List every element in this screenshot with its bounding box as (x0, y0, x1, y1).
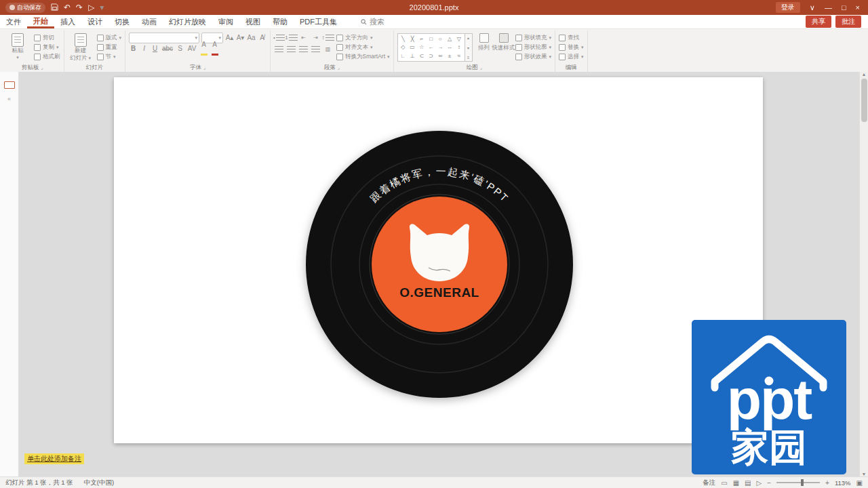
notes-toggle-button[interactable]: 备注 (703, 479, 715, 487)
line-spacing-button[interactable]: ↕ (323, 33, 333, 42)
slideshow-view-icon[interactable]: ▷ (757, 479, 762, 487)
italic-button[interactable]: I (140, 44, 149, 53)
tab-file[interactable]: 文件 (0, 15, 27, 28)
select-button[interactable]: 选择▾ (559, 52, 584, 61)
new-slide-button[interactable]: 新建 幻灯片 ▾ (68, 31, 94, 62)
increase-indent-button[interactable]: ⇥ (311, 33, 321, 42)
vinyl-record-graphic[interactable]: O.GENERAL 跟着橘将军，一起来'磕'PPT (114, 77, 763, 443)
section-button[interactable]: 节▾ (97, 52, 122, 61)
highlight-color-button[interactable]: A (199, 40, 208, 58)
zoom-in-icon[interactable]: + (825, 479, 829, 487)
tab-insert[interactable]: 插入 (54, 15, 81, 28)
fit-slide-to-window-icon[interactable]: ▣ (856, 479, 863, 487)
align-text-button[interactable]: 对齐文本▾ (336, 43, 390, 52)
slide-1[interactable]: O.GENERAL 跟着橘将军，一起来'磕'PPT (114, 77, 763, 443)
tab-home[interactable]: 开始 (27, 15, 54, 28)
redo-icon[interactable]: ↷ (76, 3, 83, 12)
scroll-up-icon[interactable]: ▲ (862, 72, 867, 77)
format-painter-button[interactable]: 格式刷 (34, 52, 60, 61)
columns-button[interactable]: ▥ (323, 45, 333, 54)
convert-smartart-button[interactable]: 转换为SmartArt▾ (336, 52, 390, 61)
clear-formatting-button[interactable]: A̸ (258, 33, 267, 42)
shape-gallery-scroll[interactable]: ▴▾≡ (465, 33, 473, 62)
tab-review[interactable]: 审阅 (212, 15, 239, 28)
arrange-button[interactable]: 排列 (476, 31, 492, 58)
clipboard-dialog-launcher-icon[interactable]: ⌟ (41, 65, 43, 70)
login-button[interactable]: 登录 (776, 2, 800, 13)
align-left-button[interactable] (274, 45, 284, 54)
numbering-button[interactable]: 1 (286, 33, 296, 42)
comments-button[interactable]: 批注 (835, 16, 861, 28)
shape-effects-button[interactable]: 形状效果▾ (515, 52, 552, 61)
copy-icon (34, 44, 41, 51)
reading-view-icon[interactable]: ▤ (745, 479, 751, 487)
cut-button[interactable]: 剪切 (34, 33, 60, 42)
strikethrough-button[interactable]: abc (161, 44, 174, 53)
customize-qat-chevron-icon[interactable]: ▾ (100, 3, 104, 12)
reset-button[interactable]: 重置 (97, 43, 122, 52)
zoom-slider-thumb[interactable] (801, 479, 804, 486)
shape-fill-button[interactable]: 形状填充▾ (515, 33, 552, 42)
font-color-button[interactable]: A (210, 40, 219, 58)
tab-transitions[interactable]: 切换 (108, 15, 136, 28)
tab-help[interactable]: 帮助 (267, 15, 294, 28)
find-button[interactable]: 查找 (559, 33, 584, 42)
slide-sorter-view-icon[interactable]: ▦ (733, 479, 739, 487)
vertical-scrollbar[interactable]: ▲ ▼ (859, 72, 868, 476)
normal-view-icon[interactable]: ▭ (721, 479, 727, 487)
decrease-indent-button[interactable]: ⇤ (298, 33, 309, 42)
paragraph-dialog-launcher-icon[interactable]: ⌟ (338, 65, 340, 70)
bullets-button[interactable]: • (274, 33, 284, 42)
share-button[interactable]: 共享 (806, 16, 831, 28)
ribbon-display-options-icon[interactable]: ∨ (810, 3, 815, 12)
gallery-more-icon[interactable]: ≡ (467, 56, 470, 60)
change-case-button[interactable]: Aa (247, 33, 256, 42)
justify-button[interactable] (311, 45, 321, 54)
slide-thumbnail-icon[interactable] (4, 81, 15, 89)
start-slideshow-icon[interactable]: ▷ (88, 3, 94, 12)
tab-animations[interactable]: 动画 (136, 15, 163, 28)
tab-pdf-tools[interactable]: PDF工具集 (294, 15, 343, 28)
increase-font-size-button[interactable]: A▴ (225, 33, 234, 42)
scroll-down-icon[interactable]: ▼ (862, 472, 867, 476)
minimize-button[interactable]: — (825, 3, 832, 12)
quick-styles-button[interactable]: 快速样式 (496, 31, 512, 58)
search-box[interactable]: 搜索 (361, 15, 384, 28)
expand-pane-chevron-icon[interactable]: « (7, 96, 11, 102)
slide-thumbnail-pane-collapsed[interactable]: « (0, 72, 19, 476)
underline-button[interactable]: U (151, 44, 159, 53)
copy-button[interactable]: 复制▾ (34, 43, 60, 52)
tab-design[interactable]: 设计 (81, 15, 108, 28)
shape-outline-button[interactable]: 形状轮廓▾ (515, 43, 552, 52)
footnote-highlight[interactable]: 单击此处添加备注 (24, 453, 84, 464)
undo-icon[interactable]: ↶ (64, 3, 71, 12)
bold-button[interactable]: B (129, 44, 138, 53)
character-spacing-button[interactable]: AV (186, 44, 197, 53)
align-center-button[interactable] (286, 45, 296, 54)
font-name-combo[interactable]: ▾ (129, 33, 199, 43)
autosave-toggle[interactable]: 自动保存 (5, 3, 45, 13)
text-direction-button[interactable]: 文字方向▾ (336, 33, 390, 42)
drawing-dialog-launcher-icon[interactable]: ⌟ (480, 65, 482, 70)
layout-button[interactable]: 版式▾ (97, 33, 122, 42)
autosave-label: 自动保存 (17, 3, 41, 12)
shape-gallery[interactable]: ╲╳⌐□○△▽ ◇▭☆←→↔↕ ∟⊥⊂⊃∞±≈ (397, 33, 465, 62)
gallery-up-icon[interactable]: ▴ (467, 35, 469, 40)
close-button[interactable]: × (856, 3, 860, 12)
scrollbar-thumb[interactable] (861, 79, 867, 122)
font-dialog-launcher-icon[interactable]: ⌟ (203, 65, 205, 70)
tab-view[interactable]: 视图 (239, 15, 267, 28)
zoom-out-icon[interactable]: − (767, 479, 771, 487)
replace-button[interactable]: 替换▾ (559, 43, 584, 52)
gallery-down-icon[interactable]: ▾ (467, 45, 469, 50)
save-icon[interactable] (51, 3, 58, 12)
align-right-button[interactable] (298, 45, 309, 54)
language-status[interactable]: 中文(中国) (84, 479, 114, 487)
paste-button[interactable]: 粘贴▾ (5, 31, 31, 60)
tab-slideshow[interactable]: 幻灯片放映 (163, 15, 212, 28)
text-shadow-button[interactable]: S (176, 44, 184, 53)
maximize-button[interactable]: □ (842, 3, 846, 12)
zoom-slider[interactable] (776, 482, 820, 483)
zoom-percentage[interactable]: 113% (835, 479, 851, 487)
decrease-font-size-button[interactable]: A▾ (236, 33, 245, 42)
